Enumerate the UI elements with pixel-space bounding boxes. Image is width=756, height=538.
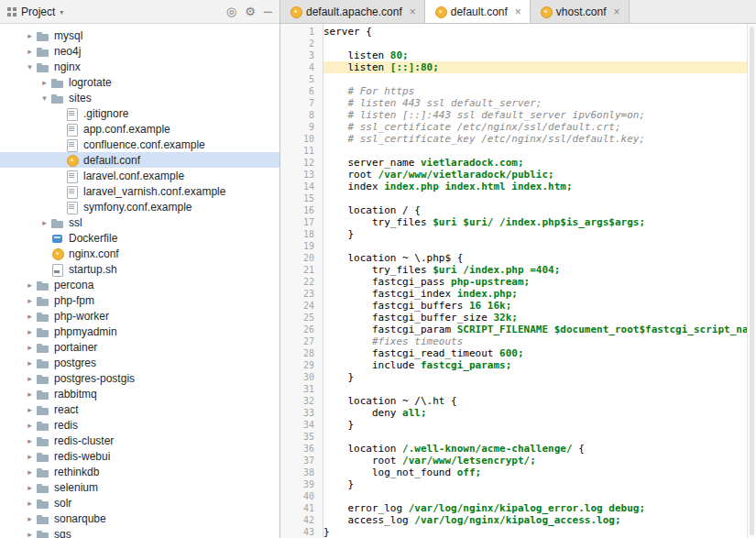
chevron-right-icon[interactable]: ▸ xyxy=(24,47,36,56)
tab-close-icon[interactable]: × xyxy=(614,5,620,18)
code-line-28[interactable]: 28 fastcgi_read_timeout 600; xyxy=(280,347,747,359)
chevron-down-icon[interactable]: ▾ xyxy=(24,62,36,71)
tree-item-nginx.conf[interactable]: nginx.conf xyxy=(0,246,279,261)
tree-item-Dockerfile[interactable]: Dockerfile xyxy=(0,230,279,246)
code-line-11[interactable]: 11 xyxy=(280,145,747,157)
code-line-5[interactable]: 5 xyxy=(280,73,747,85)
project-panel-title[interactable]: Project xyxy=(21,5,55,18)
code-line-6[interactable]: 6 # For https xyxy=(280,85,747,97)
code-line-14[interactable]: 14 index index.php index.html index.htm; xyxy=(280,181,747,192)
code-line-19[interactable]: 19 xyxy=(280,240,747,252)
code-line-38[interactable]: 38 log_not_found off; xyxy=(280,467,747,478)
chevron-right-icon[interactable]: ▸ xyxy=(24,296,36,305)
chevron-right-icon[interactable]: ▸ xyxy=(24,327,36,336)
chevron-right-icon[interactable]: ▸ xyxy=(24,374,36,383)
tab-default.conf[interactable]: default.conf× xyxy=(425,0,531,23)
chevron-right-icon[interactable]: ▸ xyxy=(24,31,36,40)
chevron-right-icon[interactable]: ▸ xyxy=(24,467,36,477)
code-line-42[interactable]: 42 access_log /var/log/nginx/kipalog_acc… xyxy=(280,514,747,526)
code-line-1[interactable]: 1server { xyxy=(280,26,747,38)
code-line-13[interactable]: 13 root /var/www/vietlaradock/public; xyxy=(280,169,747,181)
code-line-17[interactable]: 17 try_files $uri $uri/ /index.php$is_ar… xyxy=(280,216,747,228)
tree-item-default.conf[interactable]: default.conf xyxy=(0,152,279,168)
tree-item-.gitignore[interactable]: .gitignore xyxy=(0,105,279,121)
tab-close-icon[interactable]: × xyxy=(515,5,521,18)
code-line-20[interactable]: 20 location ~ \.php$ { xyxy=(280,252,747,264)
chevron-right-icon[interactable]: ▸ xyxy=(24,499,36,508)
chevron-right-icon[interactable]: ▸ xyxy=(24,452,36,461)
tree-item-redis-webui[interactable]: ▸redis-webui xyxy=(0,448,279,464)
code-line-40[interactable]: 40 xyxy=(280,490,747,502)
tree-item-startup.sh[interactable]: startup.sh xyxy=(0,261,279,277)
tree-item-laravel.conf.example[interactable]: laravel.conf.example xyxy=(0,168,279,183)
scrollbar-thumb[interactable] xyxy=(750,27,754,535)
chevron-right-icon[interactable]: ▸ xyxy=(38,218,50,227)
code-line-12[interactable]: 12 server_name vietlaradock.com; xyxy=(280,157,747,169)
editor-scrollbar[interactable] xyxy=(747,24,756,538)
chevron-right-icon[interactable]: ▸ xyxy=(24,312,36,321)
chevron-right-icon[interactable]: ▸ xyxy=(24,280,36,290)
chevron-right-icon[interactable]: ▸ xyxy=(24,405,36,414)
tree-item-sonarqube[interactable]: ▸sonarqube xyxy=(0,511,279,526)
tree-item-logrotate[interactable]: ▸logrotate xyxy=(0,74,279,90)
tree-item-postgres[interactable]: ▸postgres xyxy=(0,355,279,370)
code-line-43[interactable]: 43} xyxy=(280,526,747,538)
tree-item-sqs[interactable]: ▸sqs xyxy=(0,526,279,538)
code-line-29[interactable]: 29 include fastcgi_params; xyxy=(280,359,747,371)
code-line-33[interactable]: 33 deny all; xyxy=(280,407,747,419)
code-line-16[interactable]: 16 location / { xyxy=(280,204,747,216)
tree-item-nginx[interactable]: ▾nginx xyxy=(0,59,279,74)
settings-gear-icon[interactable]: ⚙ xyxy=(245,5,256,17)
tree-item-mysql[interactable]: ▸mysql xyxy=(0,27,279,43)
code-line-39[interactable]: 39 } xyxy=(280,478,747,490)
tree-item-selenium[interactable]: ▸selenium xyxy=(0,479,279,495)
tree-item-php-worker[interactable]: ▸php-worker xyxy=(0,308,279,324)
tree-item-confluence.conf.example[interactable]: confluence.conf.example xyxy=(0,137,279,152)
tree-item-phpmyadmin[interactable]: ▸phpmyadmin xyxy=(0,324,279,339)
tree-item-ssl[interactable]: ▸ssl xyxy=(0,214,279,230)
code-line-25[interactable]: 25 fastcgi_buffer_size 32k; xyxy=(280,312,747,324)
code-line-4[interactable]: 4 listen [::]:80; xyxy=(280,61,747,73)
code-line-8[interactable]: 8 # listen [::]:443 ssl default_server i… xyxy=(280,109,747,121)
code-line-18[interactable]: 18 } xyxy=(280,228,747,240)
chevron-right-icon[interactable]: ▸ xyxy=(24,343,36,352)
code-line-31[interactable]: 31 xyxy=(280,383,747,395)
code-line-27[interactable]: 27 #fixes timeouts xyxy=(280,335,747,347)
tree-item-redis-cluster[interactable]: ▸redis-cluster xyxy=(0,433,279,448)
tree-item-rabbitmq[interactable]: ▸rabbitmq xyxy=(0,386,279,401)
code-line-2[interactable]: 2 xyxy=(280,38,747,49)
tab-vhost.conf[interactable]: vhost.conf× xyxy=(531,0,630,23)
chevron-right-icon[interactable]: ▸ xyxy=(24,514,36,523)
tab-default.apache.conf[interactable]: default.apache.conf× xyxy=(280,0,425,23)
project-view-icon[interactable] xyxy=(7,7,16,16)
locate-icon[interactable]: ◎ xyxy=(226,5,236,17)
chevron-down-icon[interactable]: ▾ xyxy=(60,8,63,16)
tree-item-app.conf.example[interactable]: app.conf.example xyxy=(0,121,279,137)
tree-item-neo4j[interactable]: ▸neo4j xyxy=(0,43,279,59)
code-line-23[interactable]: 23 fastcgi_index index.php; xyxy=(280,288,747,300)
tree-item-redis[interactable]: ▸redis xyxy=(0,417,279,433)
chevron-right-icon[interactable]: ▸ xyxy=(24,358,36,368)
tree-item-sites[interactable]: ▾sites xyxy=(0,90,279,105)
code-line-7[interactable]: 7 # listen 443 ssl default_server; xyxy=(280,97,747,109)
code-line-32[interactable]: 32 location ~ /\.ht { xyxy=(280,395,747,407)
chevron-right-icon[interactable]: ▸ xyxy=(24,436,36,445)
tree-item-percona[interactable]: ▸percona xyxy=(0,277,279,292)
chevron-right-icon[interactable]: ▸ xyxy=(24,390,36,399)
tree-item-portainer[interactable]: ▸portainer xyxy=(0,339,279,355)
code-line-41[interactable]: 41 error_log /var/log/nginx/kipalog_erro… xyxy=(280,502,747,514)
code-line-30[interactable]: 30 } xyxy=(280,371,747,383)
tab-close-icon[interactable]: × xyxy=(410,5,416,18)
code-line-26[interactable]: 26 fastcgi_param SCRIPT_FILENAME $docume… xyxy=(280,324,747,335)
code-line-21[interactable]: 21 try_files $uri /index.php =404; xyxy=(280,264,747,276)
tree-item-php-fpm[interactable]: ▸php-fpm xyxy=(0,292,279,308)
tree-item-postgres-postgis[interactable]: ▸postgres-postgis xyxy=(0,370,279,386)
chevron-right-icon[interactable]: ▸ xyxy=(24,421,36,430)
code-line-22[interactable]: 22 fastcgi_pass php-upstream; xyxy=(280,276,747,288)
hide-panel-icon[interactable]: ─ xyxy=(264,5,272,17)
code-line-10[interactable]: 10 # ssl_certificate_key /etc/nginx/ssl/… xyxy=(280,133,747,145)
code-line-36[interactable]: 36 location /.well-known/acme-challenge/… xyxy=(280,443,747,455)
chevron-right-icon[interactable]: ▸ xyxy=(38,78,50,87)
code-line-37[interactable]: 37 root /var/www/letsencrypt/; xyxy=(280,455,747,467)
tree-item-symfony.conf.example[interactable]: symfony.conf.example xyxy=(0,199,279,214)
